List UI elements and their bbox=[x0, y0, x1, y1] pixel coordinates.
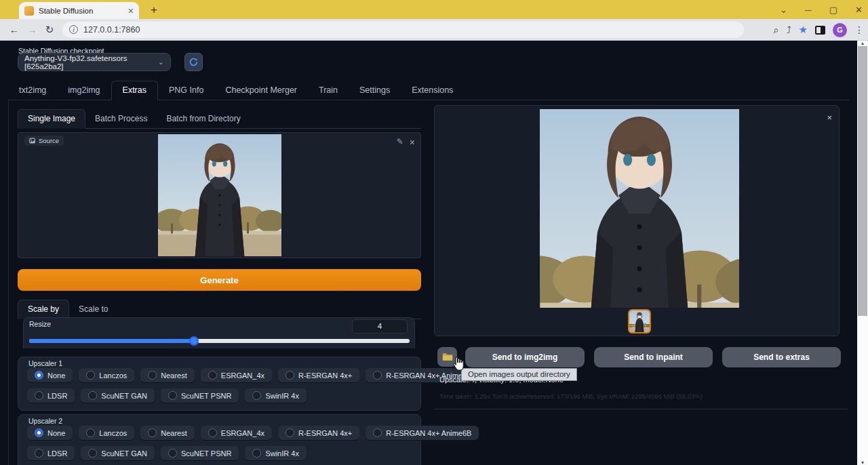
send-to-extras-button[interactable]: Send to extras bbox=[722, 347, 841, 367]
radio-icon bbox=[86, 371, 95, 380]
tab-close-icon[interactable]: × bbox=[128, 6, 134, 16]
profile-avatar[interactable]: G bbox=[833, 23, 847, 37]
source-mode-tabs: Single Image Batch Process Batch from Di… bbox=[18, 108, 421, 129]
radio-icon bbox=[208, 371, 217, 380]
radio-icon bbox=[285, 428, 294, 437]
resize-number-input[interactable]: 4 bbox=[352, 319, 408, 333]
radio-icon bbox=[252, 449, 261, 458]
upscaler2-option-ldsr[interactable]: LDSR bbox=[27, 446, 75, 460]
share-icon[interactable]: ⤴ bbox=[787, 24, 791, 35]
option-label: Lanczos bbox=[99, 429, 127, 437]
source-image-dropzone[interactable]: Source ✎ × bbox=[18, 132, 421, 258]
radio-icon bbox=[35, 391, 43, 400]
radio-selected-icon bbox=[35, 371, 43, 380]
reload-icon[interactable]: ↻ bbox=[41, 24, 58, 36]
upscaler1-option-scunet-psnr[interactable]: ScuNET PSNR bbox=[161, 388, 239, 403]
back-icon[interactable]: ← bbox=[5, 24, 23, 35]
tab-scale-to[interactable]: Scale to bbox=[69, 300, 117, 319]
result-gallery: × bbox=[434, 105, 840, 336]
result-image[interactable] bbox=[540, 109, 739, 308]
scroll-down-icon[interactable]: ▼ bbox=[857, 460, 868, 465]
upscaler2-label: Upscaler 2 bbox=[28, 417, 62, 425]
tab-scale-by[interactable]: Scale by bbox=[18, 300, 69, 319]
performance-stats-text: Time taken: 1.25s Torch active/reserved:… bbox=[439, 392, 703, 400]
tab-png-info[interactable]: PNG Info bbox=[158, 81, 214, 100]
upscaler1-option-esrgan4x[interactable]: ESRGAN_4x bbox=[201, 368, 272, 382]
favicon-icon bbox=[24, 6, 34, 16]
tab-extensions[interactable]: Extensions bbox=[401, 81, 464, 100]
upscaler2-option-scunet-psnr[interactable]: ScuNET PSNR bbox=[161, 446, 239, 460]
send-button-row: Send to img2img Send to inpaint Send to … bbox=[434, 347, 841, 367]
send-to-img2img-button[interactable]: Send to img2img bbox=[465, 347, 585, 367]
edit-image-icon[interactable]: ✎ bbox=[397, 137, 403, 148]
option-label: ESRGAN_4x bbox=[221, 371, 264, 380]
browser-toolbar: ← → ↻ i 127.0.0.1:7860 bbox=[0, 19, 868, 41]
radio-icon bbox=[168, 391, 177, 400]
browser-tab[interactable]: Stable Diffusion × bbox=[19, 2, 139, 19]
bookmark-star-icon[interactable]: ★ bbox=[799, 24, 808, 36]
upscaler2-option-resrgan4x[interactable]: R-ESRGAN 4x+ bbox=[278, 426, 359, 440]
tab-batch-from-directory[interactable]: Batch from Directory bbox=[157, 110, 250, 128]
option-label: None bbox=[47, 429, 65, 437]
minimize-icon[interactable]: — bbox=[805, 6, 812, 14]
radio-icon bbox=[88, 449, 97, 458]
upscaler2-option-lanczos[interactable]: Lanczos bbox=[79, 426, 134, 440]
tab-settings[interactable]: Settings bbox=[349, 81, 401, 100]
upscaler2-option-nearest[interactable]: Nearest bbox=[140, 426, 195, 440]
scrollbar-thumb[interactable] bbox=[858, 46, 867, 316]
zoom-icon[interactable]: ⌕ bbox=[774, 24, 779, 36]
radio-icon bbox=[168, 449, 177, 458]
upscaler2-option-scunet-gan[interactable]: ScuNET GAN bbox=[81, 446, 155, 460]
resize-slider[interactable] bbox=[29, 339, 410, 343]
checkpoint-dropdown[interactable]: Anything-V3-fp32.safetensors [625a2ba2] … bbox=[18, 53, 171, 71]
result-thumbnail[interactable] bbox=[628, 309, 651, 333]
maximize-icon[interactable]: ▢ bbox=[829, 5, 837, 15]
option-label: ScuNET GAN bbox=[101, 449, 147, 458]
tab-txt2img[interactable]: txt2img bbox=[8, 81, 57, 100]
new-tab-button[interactable]: + bbox=[146, 3, 161, 17]
site-info-icon[interactable]: i bbox=[69, 25, 78, 34]
option-label: Nearest bbox=[161, 371, 187, 380]
mouse-cursor-hand bbox=[450, 356, 465, 372]
upscaler1-option-lanczos[interactable]: Lanczos bbox=[79, 368, 134, 382]
tab-search-icon[interactable]: ⌄ bbox=[780, 5, 787, 15]
option-label: ScuNET PSNR bbox=[181, 392, 231, 400]
forward-icon[interactable]: → bbox=[23, 24, 41, 35]
scroll-up-icon[interactable]: ▲ bbox=[857, 41, 868, 45]
address-bar[interactable]: i 127.0.0.1:7860 bbox=[62, 22, 744, 38]
generate-button[interactable]: Generate bbox=[18, 269, 421, 291]
upscaler1-option-scunet-gan[interactable]: ScuNET GAN bbox=[81, 388, 155, 403]
tab-img2img[interactable]: img2img bbox=[57, 81, 111, 100]
chevron-down-icon: ⌄ bbox=[158, 58, 164, 66]
side-panel-icon[interactable] bbox=[815, 26, 825, 35]
refresh-checkpoints-button[interactable] bbox=[184, 53, 203, 71]
radio-icon bbox=[252, 391, 261, 400]
source-chip: Source bbox=[24, 136, 64, 146]
send-to-inpaint-button[interactable]: Send to inpaint bbox=[594, 347, 713, 367]
close-gallery-icon[interactable]: × bbox=[827, 113, 832, 123]
upscaler1-option-none[interactable]: None bbox=[27, 368, 73, 382]
upscaler2-option-swinir4x[interactable]: SwinIR 4x bbox=[245, 446, 307, 460]
upscaler2-option-none[interactable]: None bbox=[27, 426, 73, 440]
upscaler2-option-esrgan4x[interactable]: ESRGAN_4x bbox=[201, 426, 272, 440]
menu-dots-icon[interactable]: ⋮ bbox=[854, 24, 864, 35]
upscaler2-group: Upscaler 2 None Lanczos Nearest ESRGAN_4… bbox=[18, 414, 421, 465]
page-scrollbar[interactable]: ▲ ▼ bbox=[857, 41, 868, 465]
tab-single-image[interactable]: Single Image bbox=[18, 109, 85, 129]
upscaler1-option-swinir4x[interactable]: SwinIR 4x bbox=[245, 388, 307, 403]
option-label: SwinIR 4x bbox=[265, 392, 299, 400]
upscaler1-label: Upscaler 1 bbox=[28, 359, 62, 367]
clear-image-icon[interactable]: × bbox=[410, 137, 415, 148]
refresh-icon bbox=[189, 57, 199, 67]
tab-checkpoint-merger[interactable]: Checkpoint Merger bbox=[214, 81, 308, 100]
window-close-icon[interactable]: ✕ bbox=[855, 5, 863, 15]
upscaler1-option-resrgan4x[interactable]: R-ESRGAN 4x+ bbox=[278, 368, 359, 382]
tab-train[interactable]: Train bbox=[308, 81, 349, 100]
upscaler1-option-ldsr[interactable]: LDSR bbox=[27, 388, 75, 403]
tab-batch-process[interactable]: Batch Process bbox=[85, 110, 157, 128]
radio-icon bbox=[373, 371, 382, 380]
tab-extras[interactable]: Extras bbox=[111, 81, 158, 100]
upscaler1-option-nearest[interactable]: Nearest bbox=[140, 368, 195, 382]
checkpoint-value: Anything-V3-fp32.safetensors [625a2ba2] bbox=[24, 54, 158, 70]
resize-slider-handle[interactable] bbox=[189, 336, 199, 346]
